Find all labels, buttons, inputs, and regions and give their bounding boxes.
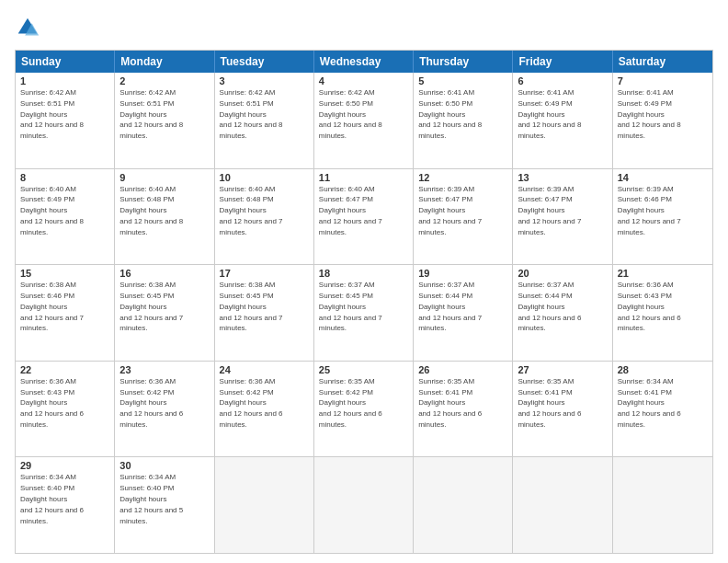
day-cell-11: 11 Sunrise: 6:40 AMSunset: 6:47 PMDaylig… bbox=[314, 169, 414, 265]
cell-info: Sunrise: 6:42 AMSunset: 6:51 PMDaylight … bbox=[20, 88, 84, 140]
day-header-sunday: Sunday bbox=[16, 51, 115, 73]
day-number: 22 bbox=[20, 364, 109, 375]
day-header-saturday: Saturday bbox=[613, 51, 712, 73]
day-cell-2: 2 Sunrise: 6:42 AMSunset: 6:51 PMDayligh… bbox=[115, 73, 214, 168]
calendar-week-1: 1 Sunrise: 6:42 AMSunset: 6:51 PMDayligh… bbox=[16, 73, 712, 169]
cell-info: Sunrise: 6:42 AMSunset: 6:51 PMDaylight … bbox=[119, 88, 183, 140]
cell-info: Sunrise: 6:34 AMSunset: 6:41 PMDaylight … bbox=[618, 377, 681, 429]
calendar-header-row: SundayMondayTuesdayWednesdayThursdayFrid… bbox=[16, 51, 712, 73]
cell-info: Sunrise: 6:35 AMSunset: 6:42 PMDaylight … bbox=[319, 377, 382, 429]
day-cell-19: 19 Sunrise: 6:37 AMSunset: 6:44 PMDaylig… bbox=[414, 265, 513, 361]
day-number: 7 bbox=[618, 75, 708, 86]
day-cell-23: 23 Sunrise: 6:36 AMSunset: 6:42 PMDaylig… bbox=[115, 362, 214, 457]
cell-info: Sunrise: 6:40 AMSunset: 6:49 PMDaylight … bbox=[20, 185, 84, 236]
day-number: 13 bbox=[518, 172, 607, 183]
day-number: 24 bbox=[220, 364, 309, 375]
calendar-week-5: 29 Sunrise: 6:34 AMSunset: 6:40 PMDaylig… bbox=[16, 457, 712, 553]
cell-info: Sunrise: 6:35 AMSunset: 6:41 PMDaylight … bbox=[518, 377, 581, 429]
cell-info: Sunrise: 6:42 AMSunset: 6:50 PMDaylight … bbox=[319, 88, 382, 140]
cell-info: Sunrise: 6:35 AMSunset: 6:41 PMDaylight … bbox=[418, 377, 482, 429]
day-number: 8 bbox=[20, 172, 109, 183]
day-number: 9 bbox=[119, 172, 209, 183]
day-cell-21: 21 Sunrise: 6:36 AMSunset: 6:43 PMDaylig… bbox=[613, 265, 712, 361]
cell-info: Sunrise: 6:41 AMSunset: 6:49 PMDaylight … bbox=[518, 88, 581, 140]
day-number: 1 bbox=[20, 75, 109, 86]
page: SundayMondayTuesdayWednesdayThursdayFrid… bbox=[0, 0, 728, 563]
day-number: 5 bbox=[418, 75, 507, 86]
day-number: 21 bbox=[618, 268, 708, 279]
cell-info: Sunrise: 6:37 AMSunset: 6:44 PMDaylight … bbox=[518, 281, 581, 332]
cell-info: Sunrise: 6:40 AMSunset: 6:47 PMDaylight … bbox=[319, 185, 382, 236]
day-number: 2 bbox=[119, 75, 209, 86]
day-cell-3: 3 Sunrise: 6:42 AMSunset: 6:51 PMDayligh… bbox=[215, 73, 314, 168]
day-cell-28: 28 Sunrise: 6:34 AMSunset: 6:41 PMDaylig… bbox=[613, 362, 712, 457]
day-number: 12 bbox=[418, 172, 507, 183]
day-cell-20: 20 Sunrise: 6:37 AMSunset: 6:44 PMDaylig… bbox=[513, 265, 612, 361]
day-number: 18 bbox=[319, 268, 408, 279]
cell-info: Sunrise: 6:39 AMSunset: 6:47 PMDaylight … bbox=[418, 185, 482, 236]
day-number: 11 bbox=[319, 172, 408, 183]
day-cell-22: 22 Sunrise: 6:36 AMSunset: 6:43 PMDaylig… bbox=[16, 362, 115, 457]
day-cell-16: 16 Sunrise: 6:38 AMSunset: 6:45 PMDaylig… bbox=[115, 265, 214, 361]
day-number: 30 bbox=[119, 460, 209, 471]
day-number: 17 bbox=[220, 268, 309, 279]
day-cell-6: 6 Sunrise: 6:41 AMSunset: 6:49 PMDayligh… bbox=[513, 73, 612, 168]
day-number: 14 bbox=[618, 172, 708, 183]
cell-info: Sunrise: 6:34 AMSunset: 6:40 PMDaylight … bbox=[20, 473, 84, 524]
day-header-thursday: Thursday bbox=[414, 51, 513, 73]
empty-cell bbox=[414, 457, 513, 553]
logo bbox=[15, 15, 44, 40]
day-number: 25 bbox=[319, 364, 408, 375]
day-cell-4: 4 Sunrise: 6:42 AMSunset: 6:50 PMDayligh… bbox=[314, 73, 414, 168]
day-number: 28 bbox=[618, 364, 708, 375]
cell-info: Sunrise: 6:39 AMSunset: 6:47 PMDaylight … bbox=[518, 185, 581, 236]
cell-info: Sunrise: 6:37 AMSunset: 6:45 PMDaylight … bbox=[319, 281, 382, 332]
day-number: 10 bbox=[220, 172, 309, 183]
cell-info: Sunrise: 6:41 AMSunset: 6:49 PMDaylight … bbox=[618, 88, 681, 140]
cell-info: Sunrise: 6:40 AMSunset: 6:48 PMDaylight … bbox=[119, 185, 183, 236]
cell-info: Sunrise: 6:36 AMSunset: 6:43 PMDaylight … bbox=[618, 281, 681, 332]
day-cell-30: 30 Sunrise: 6:34 AMSunset: 6:40 PMDaylig… bbox=[115, 457, 214, 553]
day-cell-15: 15 Sunrise: 6:38 AMSunset: 6:46 PMDaylig… bbox=[16, 265, 115, 361]
cell-info: Sunrise: 6:38 AMSunset: 6:45 PMDaylight … bbox=[220, 281, 283, 332]
day-cell-18: 18 Sunrise: 6:37 AMSunset: 6:45 PMDaylig… bbox=[314, 265, 414, 361]
calendar-body: 1 Sunrise: 6:42 AMSunset: 6:51 PMDayligh… bbox=[16, 73, 712, 553]
cell-info: Sunrise: 6:42 AMSunset: 6:51 PMDaylight … bbox=[220, 88, 283, 140]
calendar-week-4: 22 Sunrise: 6:36 AMSunset: 6:43 PMDaylig… bbox=[16, 362, 712, 458]
cell-info: Sunrise: 6:41 AMSunset: 6:50 PMDaylight … bbox=[418, 88, 482, 140]
cell-info: Sunrise: 6:37 AMSunset: 6:44 PMDaylight … bbox=[418, 281, 482, 332]
calendar-week-2: 8 Sunrise: 6:40 AMSunset: 6:49 PMDayligh… bbox=[16, 169, 712, 266]
day-number: 26 bbox=[418, 364, 507, 375]
empty-cell bbox=[314, 457, 414, 553]
calendar-week-3: 15 Sunrise: 6:38 AMSunset: 6:46 PMDaylig… bbox=[16, 265, 712, 362]
day-number: 23 bbox=[119, 364, 209, 375]
day-number: 20 bbox=[518, 268, 607, 279]
day-cell-14: 14 Sunrise: 6:39 AMSunset: 6:46 PMDaylig… bbox=[613, 169, 712, 265]
day-number: 27 bbox=[518, 364, 607, 375]
empty-cell bbox=[215, 457, 314, 553]
day-number: 3 bbox=[220, 75, 309, 86]
day-cell-17: 17 Sunrise: 6:38 AMSunset: 6:45 PMDaylig… bbox=[215, 265, 314, 361]
day-cell-27: 27 Sunrise: 6:35 AMSunset: 6:41 PMDaylig… bbox=[513, 362, 612, 457]
day-number: 16 bbox=[119, 268, 209, 279]
cell-info: Sunrise: 6:36 AMSunset: 6:42 PMDaylight … bbox=[119, 377, 183, 429]
day-number: 6 bbox=[518, 75, 607, 86]
day-cell-1: 1 Sunrise: 6:42 AMSunset: 6:51 PMDayligh… bbox=[16, 73, 115, 168]
cell-info: Sunrise: 6:36 AMSunset: 6:42 PMDaylight … bbox=[220, 377, 283, 429]
day-number: 19 bbox=[418, 268, 507, 279]
cell-info: Sunrise: 6:38 AMSunset: 6:46 PMDaylight … bbox=[20, 281, 84, 332]
day-cell-26: 26 Sunrise: 6:35 AMSunset: 6:41 PMDaylig… bbox=[414, 362, 513, 457]
cell-info: Sunrise: 6:40 AMSunset: 6:48 PMDaylight … bbox=[220, 185, 283, 236]
day-cell-24: 24 Sunrise: 6:36 AMSunset: 6:42 PMDaylig… bbox=[215, 362, 314, 457]
cell-info: Sunrise: 6:36 AMSunset: 6:43 PMDaylight … bbox=[20, 377, 84, 429]
day-number: 4 bbox=[319, 75, 408, 86]
empty-cell bbox=[513, 457, 612, 553]
day-cell-9: 9 Sunrise: 6:40 AMSunset: 6:48 PMDayligh… bbox=[115, 169, 214, 265]
day-cell-5: 5 Sunrise: 6:41 AMSunset: 6:50 PMDayligh… bbox=[414, 73, 513, 168]
day-cell-8: 8 Sunrise: 6:40 AMSunset: 6:49 PMDayligh… bbox=[16, 169, 115, 265]
day-cell-7: 7 Sunrise: 6:41 AMSunset: 6:49 PMDayligh… bbox=[613, 73, 712, 168]
header bbox=[15, 15, 713, 40]
cell-info: Sunrise: 6:34 AMSunset: 6:40 PMDaylight … bbox=[119, 473, 183, 524]
calendar: SundayMondayTuesdayWednesdayThursdayFrid… bbox=[15, 50, 713, 554]
day-cell-29: 29 Sunrise: 6:34 AMSunset: 6:40 PMDaylig… bbox=[16, 457, 115, 553]
